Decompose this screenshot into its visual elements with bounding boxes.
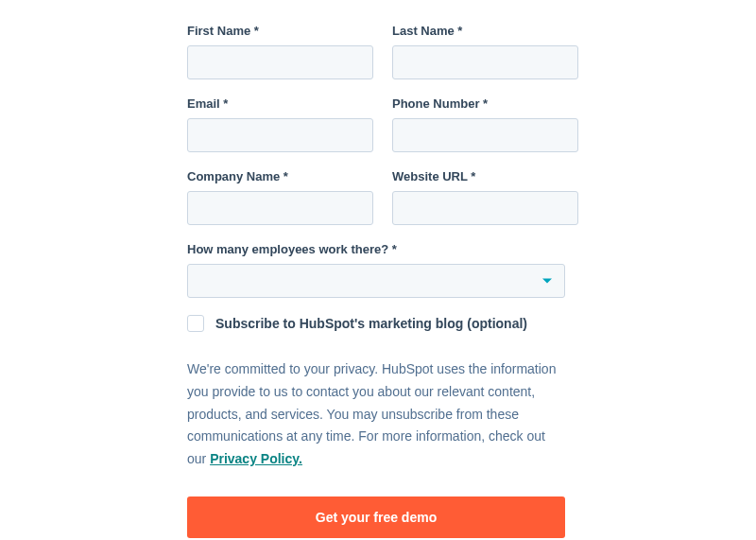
first-name-label: First Name * xyxy=(187,24,373,38)
email-input[interactable] xyxy=(187,118,373,152)
first-name-input[interactable] xyxy=(187,45,373,79)
subscribe-label[interactable]: Subscribe to HubSpot's marketing blog (o… xyxy=(215,316,527,331)
last-name-label: Last Name * xyxy=(392,24,578,38)
field-last-name: Last Name * xyxy=(392,24,578,79)
last-name-input[interactable] xyxy=(392,45,578,79)
website-input[interactable] xyxy=(392,191,578,225)
employees-label: How many employees work there? * xyxy=(187,242,565,256)
employees-select[interactable] xyxy=(187,264,565,298)
field-phone: Phone Number * xyxy=(392,96,578,152)
email-label: Email * xyxy=(187,96,373,111)
demo-form: First Name * Last Name * Email * Phone N… xyxy=(187,24,565,538)
field-company: Company Name * xyxy=(187,169,373,225)
submit-button[interactable]: Get your free demo xyxy=(187,496,565,538)
row-company: Company Name * Website URL * xyxy=(187,169,565,225)
phone-label: Phone Number * xyxy=(392,96,578,111)
field-website: Website URL * xyxy=(392,169,578,225)
subscribe-row: Subscribe to HubSpot's marketing blog (o… xyxy=(187,315,565,332)
privacy-block: We're committed to your privacy. HubSpot… xyxy=(187,358,565,496)
row-name: First Name * Last Name * xyxy=(187,24,565,79)
field-first-name: First Name * xyxy=(187,24,373,79)
phone-input[interactable] xyxy=(392,118,578,152)
row-contact: Email * Phone Number * xyxy=(187,96,565,152)
privacy-policy-link[interactable]: Privacy Policy. xyxy=(210,451,302,466)
website-label: Website URL * xyxy=(392,169,578,183)
company-input[interactable] xyxy=(187,191,373,225)
field-employees: How many employees work there? * xyxy=(187,242,565,298)
employees-select-wrapper xyxy=(187,264,565,298)
company-label: Company Name * xyxy=(187,169,373,183)
subscribe-checkbox[interactable] xyxy=(187,315,204,332)
field-email: Email * xyxy=(187,96,373,152)
